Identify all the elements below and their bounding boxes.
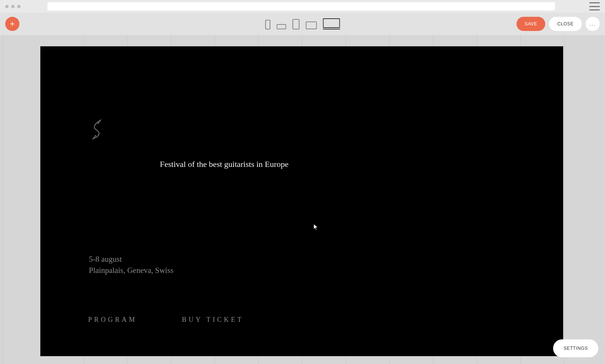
viewport-phone-landscape[interactable] xyxy=(277,24,286,29)
viewport-phone-portrait[interactable] xyxy=(265,20,271,29)
hero-event-meta[interactable]: 5-8 august Plainpalais, Geneva, Swiss xyxy=(89,253,173,276)
more-button[interactable]: ... xyxy=(586,17,600,31)
titlebar xyxy=(0,0,605,13)
plus-icon xyxy=(9,21,16,27)
logo-s-icon xyxy=(89,117,105,140)
viewport-tablet-portrait[interactable] xyxy=(292,19,300,29)
svg-rect-4 xyxy=(323,19,340,28)
hero-links: PROGRAM BUY TICKET xyxy=(88,316,244,324)
hero-block[interactable]: Festival of the best guitarists in Europ… xyxy=(40,46,563,356)
url-input[interactable] xyxy=(47,2,555,10)
hero-location: Plainpalais, Geneva, Swiss xyxy=(89,265,173,276)
svg-rect-0 xyxy=(266,20,270,29)
window-dot-close[interactable] xyxy=(5,5,9,8)
svg-rect-2 xyxy=(293,19,299,29)
window-dot-minimize[interactable] xyxy=(11,5,15,8)
editor-toolbar: SAVE CLOSE ... xyxy=(0,13,605,35)
hamburger-menu-icon[interactable] xyxy=(589,2,600,10)
program-link[interactable]: PROGRAM xyxy=(88,316,137,324)
toolbar-right: SAVE CLOSE ... xyxy=(516,17,600,31)
svg-rect-3 xyxy=(306,22,317,29)
buy-ticket-link[interactable]: BUY TICKET xyxy=(182,316,244,324)
close-button[interactable]: CLOSE xyxy=(549,17,582,31)
save-button[interactable]: SAVE xyxy=(516,17,546,31)
add-block-button[interactable] xyxy=(5,17,19,31)
hero-headline[interactable]: Festival of the best guitarists in Europ… xyxy=(160,159,289,169)
svg-rect-1 xyxy=(277,25,286,29)
viewport-desktop[interactable] xyxy=(323,18,340,29)
window-controls xyxy=(5,5,21,8)
window-dot-zoom[interactable] xyxy=(17,5,21,8)
viewport-tablet-landscape[interactable] xyxy=(306,21,317,29)
editor-canvas[interactable]: Festival of the best guitarists in Europ… xyxy=(0,35,605,364)
settings-button[interactable]: SETTINGS xyxy=(553,339,598,357)
viewport-switcher xyxy=(265,18,340,29)
site-logo xyxy=(89,117,105,140)
hero-date: 5-8 august xyxy=(89,253,173,265)
